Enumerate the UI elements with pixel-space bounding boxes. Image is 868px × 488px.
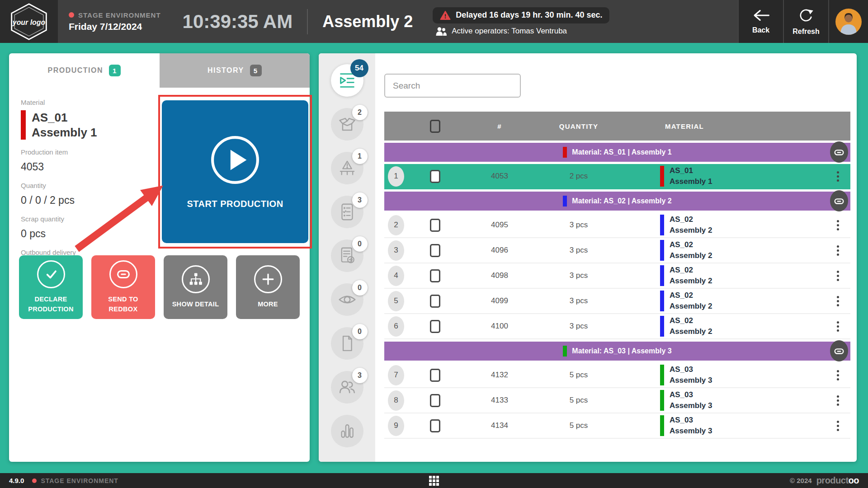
declare-production-button[interactable]: DECLARE PRODUCTION [19,255,83,319]
order-row[interactable]: 841335 pcsAS_03Assembly 3 [384,388,850,413]
sidebar-item-document[interactable]: 0 [331,327,363,360]
group-link-button[interactable] [830,141,848,163]
row-checkbox[interactable] [430,244,440,257]
order-row[interactable]: 140532 pcsAS_01Assembly 1 [384,164,850,189]
order-row[interactable]: 641003 pcsAS_02Assembly 2 [384,314,850,339]
material-name: Assembly 3 [670,400,712,411]
row-checkbox[interactable] [430,219,440,232]
show-detail-button[interactable]: SHOW DETAIL [164,255,227,319]
material-code: AS_03 [670,389,712,400]
material-name: Assembly 2 [670,225,712,236]
copyright-year: © 2024 [790,477,812,484]
material-value: AS_01 Assembly 1 [21,110,154,140]
group-link-icon [833,195,845,207]
search-input[interactable] [384,74,521,98]
row-checkbox[interactable] [430,369,440,382]
production-info: Material AS_01 Assembly 1 Production ite… [21,99,154,273]
more-button[interactable]: MORE [236,255,300,319]
group-link-button[interactable] [830,190,848,211]
row-menu-button[interactable] [825,418,850,434]
sidebar-item-circle[interactable] [331,415,363,447]
header-clock: 10:39:35 AM [183,11,293,33]
app-version: 4.9.0 [9,477,24,484]
order-quantity: 3 pcs [538,246,619,255]
row-number-badge: 1 [388,166,404,187]
refresh-icon [798,7,814,23]
order-material: AS_01Assembly 1 [619,165,825,187]
order-number: 4132 [461,371,538,380]
order-row[interactable]: 440983 pcsAS_02Assembly 2 [384,263,850,289]
material-group-row: Material: AS_01 | Assembly 1 [384,143,850,162]
row-menu-button[interactable] [825,293,850,309]
order-number: 4133 [461,396,538,405]
material-name: Assembly 2 [670,326,712,337]
workstation-title: Assembly 2 [322,12,413,31]
back-button[interactable]: Back [738,0,783,43]
row-checkbox[interactable] [430,269,440,282]
action-buttons: DECLARE PRODUCTIONSEND TO REDBOXSHOW DET… [19,255,300,319]
row-menu-button[interactable] [825,268,850,284]
environment-block: STAGE ENVIRONMENT Friday 7/12/2024 [58,0,161,43]
sidebar-item-eye[interactable]: 0 [331,283,363,316]
order-number: 4099 [461,296,538,305]
sidebar-item-document-action[interactable]: 0 [331,239,363,272]
tab-history[interactable]: HISTORY 5 [160,53,310,88]
group-link-button[interactable] [830,340,848,361]
row-checkbox[interactable] [430,419,440,432]
row-menu-button[interactable] [825,169,850,184]
sidebar-item-statistics[interactable] [331,415,363,447]
material-code: AS_02 [670,315,712,326]
sidebar-item-production-queue[interactable]: 54 [331,64,363,97]
sidebar-item-checklist[interactable]: 3 [331,196,363,228]
statistics-icon [337,421,357,441]
row-menu-button[interactable] [825,367,850,383]
refresh-button[interactable]: Refresh [783,0,828,43]
order-material: AS_02Assembly 2 [619,214,825,236]
send-to-redbox-button[interactable]: SEND TO REDBOX [91,255,155,319]
material-color-bar [660,166,664,187]
sidebar-item-operators[interactable]: 3 [331,371,363,404]
start-production-button[interactable]: START PRODUCTION [162,100,308,243]
row-checkbox[interactable] [430,320,440,333]
group-link-icon [833,146,845,158]
order-row[interactable]: 941345 pcsAS_03Assembly 3 [384,413,850,439]
start-production-label: START PRODUCTION [187,199,283,209]
hexagon-logo-icon: your logo [9,2,48,41]
order-row[interactable]: 340963 pcsAS_02Assembly 2 [384,238,850,263]
avatar[interactable] [835,9,862,35]
refresh-label: Refresh [793,28,820,36]
scrap-value: 0 pcs [21,228,154,240]
sidebar-item-open-box[interactable]: 2 [331,108,363,141]
tab-history-label: HISTORY [208,66,244,75]
material-color-bar [660,240,664,261]
material-group-row: Material: AS_03 | Assembly 3 [384,342,850,361]
footer-bar: 4.9.0 STAGE ENVIRONMENT © 2024 productoo [0,473,868,488]
order-row[interactable]: 240953 pcsAS_02Assembly 2 [384,213,850,238]
row-menu-button[interactable] [825,243,850,258]
sidebar-item-pallet-warning[interactable]: 1 [331,152,363,184]
order-row[interactable]: 741325 pcsAS_03Assembly 3 [384,363,850,388]
row-checkbox[interactable] [430,170,440,183]
row-number-badge: 3 [388,240,404,261]
row-menu-button[interactable] [825,217,850,233]
scrap-label: Scrap quantity [21,215,154,223]
sidebar-item-badge: 0 [352,280,368,296]
tab-production[interactable]: PRODUCTION 1 [9,53,160,88]
orders-content: # QUANTITY MATERIAL Material: AS_01 | As… [375,53,857,462]
row-menu-button[interactable] [825,393,850,408]
row-menu-button[interactable] [825,319,850,334]
header-date: Friday 7/12/2024 [69,21,161,32]
orders-table-header: # QUANTITY MATERIAL [384,112,850,141]
row-checkbox[interactable] [430,295,440,308]
apps-grid-icon[interactable] [429,476,439,486]
column-number: # [461,122,538,130]
select-all-checkbox[interactable] [430,120,440,133]
order-row[interactable]: 540993 pcsAS_02Assembly 2 [384,289,850,314]
environment-label: STAGE ENVIRONMENT [78,11,161,19]
user-menu[interactable] [828,0,868,43]
environment-dot-icon [32,479,37,483]
material-name: Assembly 3 [670,426,712,436]
environment-dot-icon [69,12,74,18]
row-checkbox[interactable] [430,394,440,407]
material-color-chip [563,196,567,206]
